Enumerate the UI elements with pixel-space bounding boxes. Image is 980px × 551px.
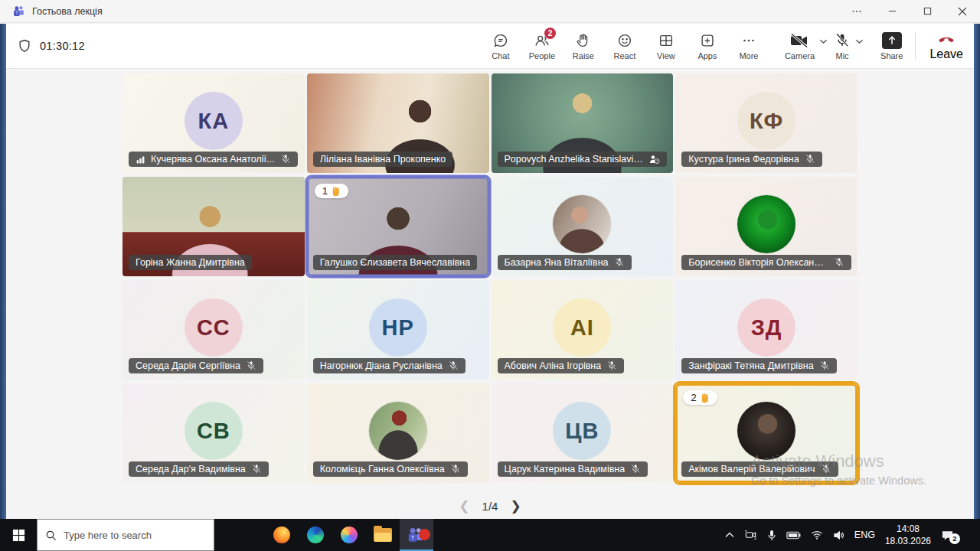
taskbar-explorer-icon[interactable]	[366, 519, 400, 551]
start-button[interactable]	[0, 519, 37, 551]
participant-name: Борисенко Вікторія Олександр...	[688, 257, 828, 268]
name-pill: Ліліана Іванівна Прокопенко	[313, 152, 453, 167]
participant-tile-zanfiraki[interactable]: ЗД Занфіракі Тетяна Дмитрівна	[675, 280, 858, 380]
view-label: View	[657, 51, 675, 60]
more-dots-icon	[740, 32, 757, 49]
participant-tile-kolomiiets[interactable]: Коломієць Ганна Олексіївна	[307, 383, 489, 483]
avatar-initials: ЗД	[737, 298, 795, 357]
mic-muted-icon	[821, 464, 831, 474]
apps-button[interactable]: Apps	[687, 29, 728, 64]
name-pill: Кучерява Оксана Анатолії...	[129, 152, 298, 167]
participant-tile-sereda-dariia[interactable]: СС Середа Дарія Сергіївна	[122, 280, 305, 380]
participant-tile-akimov[interactable]: 2 Акімов Валерій Валерійович	[675, 383, 858, 483]
clock-date: 18.03.2026	[885, 536, 931, 546]
raise-hand-button[interactable]: Raise	[563, 29, 604, 64]
participant-tile-gorina[interactable]: Горіна Жанна Дмитрівна	[122, 177, 305, 276]
tray-wifi-icon[interactable]	[811, 530, 823, 540]
leave-button[interactable]: Leave	[926, 28, 974, 64]
more-button[interactable]: More	[728, 29, 769, 64]
close-button[interactable]	[945, 0, 980, 22]
tray-camera-icon[interactable]	[744, 530, 757, 540]
camera-dropdown-chevron-icon[interactable]	[816, 34, 832, 58]
participant-name: Ліліана Іванівна Прокопенко	[320, 154, 446, 165]
name-pill: Борисенко Вікторія Олександр...	[681, 255, 851, 270]
participant-name: Кучерява Оксана Анатолії...	[151, 154, 275, 165]
chat-button[interactable]: Chat	[480, 29, 521, 64]
hand-order: 2	[691, 392, 697, 403]
minimize-button[interactable]	[874, 0, 910, 22]
mic-muted-icon	[450, 464, 461, 474]
participant-tile-popovych[interactable]: Popovych Anzhelika Stanislavivna	[492, 73, 674, 173]
avatar-initials: КФ	[737, 92, 795, 150]
tray-volume-icon[interactable]	[833, 530, 844, 540]
participant-tile-halushko[interactable]: 1 Галушко Єлизавета Вячеславівна	[307, 177, 489, 276]
taskbar-firefox-icon[interactable]	[265, 519, 299, 551]
mic-dropdown-chevron-icon[interactable]	[852, 34, 868, 58]
participant-tile-nahorniuk[interactable]: НР Нагорнюк Діана Русланівна	[307, 280, 489, 380]
meeting-toolbar: 01:30:12 Chat 2 People Raise React	[6, 24, 974, 69]
teams-call-indicator	[419, 529, 430, 540]
share-label: Share	[880, 51, 903, 60]
mic-button[interactable]: Mic	[832, 29, 852, 64]
tray-mic-icon[interactable]	[767, 530, 776, 541]
maximize-button[interactable]	[910, 0, 945, 22]
participant-tile-prokopenko[interactable]: Ліліана Іванівна Прокопенко	[307, 73, 489, 173]
participant-tile-tsaruk[interactable]: ЦВ Царук Катерина Вадимівна	[492, 383, 674, 483]
tray-chevron-up-icon[interactable]	[725, 532, 734, 538]
name-pill: Нагорнюк Діана Русланівна	[313, 358, 466, 373]
clock[interactable]: 14:08 18.03.2026	[885, 523, 931, 547]
taskbar-copilot-icon[interactable]	[332, 519, 366, 551]
signal-bars-icon	[136, 155, 145, 165]
leave-label: Leave	[929, 47, 963, 61]
name-pill: Абович Аліна Ігорівна	[498, 358, 625, 373]
share-button[interactable]: Share	[879, 29, 904, 64]
avatar-initials: ЦВ	[553, 402, 611, 460]
language-indicator[interactable]: ENG	[854, 530, 875, 540]
name-pill: Базарна Яна Віталіївна	[498, 255, 632, 270]
participant-name: Кустура Ірина Федорівна	[688, 154, 799, 165]
window-more-icon[interactable]	[839, 0, 874, 22]
avatar-photo	[369, 402, 427, 460]
participant-name: Акімов Валерій Валерійович	[688, 464, 815, 474]
name-pill: Галушко Єлизавета Вячеславівна	[313, 255, 477, 270]
avatar-initials: СВ	[185, 402, 243, 460]
mic-off-icon	[834, 32, 851, 49]
action-center-icon[interactable]: 2	[941, 530, 959, 541]
camera-button[interactable]: Camera	[783, 29, 816, 64]
participant-tile-borysenko[interactable]: Борисенко Вікторія Олександр...	[675, 177, 858, 276]
page-indicator: 1/4	[482, 500, 498, 513]
camera-off-icon	[789, 32, 809, 49]
people-button[interactable]: 2 People	[521, 29, 563, 64]
participant-tile-abovych[interactable]: АІ Абович Аліна Ігорівна	[492, 280, 674, 380]
share-icon	[882, 32, 902, 49]
more-label: More	[739, 51, 758, 60]
tray-battery-icon[interactable]	[786, 531, 801, 540]
taskbar-search-input[interactable]: Type here to search	[37, 519, 214, 551]
taskbar-teams-icon[interactable]: T	[400, 519, 433, 551]
grid-pagination: ❮ 1/4 ❯	[6, 494, 974, 517]
apps-label: Apps	[697, 51, 717, 60]
hand-order: 1	[322, 185, 328, 197]
avatar-photo	[737, 402, 795, 460]
mic-muted-icon	[606, 360, 617, 371]
people-label: People	[529, 51, 555, 60]
participant-tile-kustura[interactable]: КФ Кустура Ірина Федорівна	[675, 73, 858, 173]
participant-tile-kucheriava[interactable]: КА Кучерява Оксана Анатолії...	[122, 73, 305, 173]
taskbar-edge-icon[interactable]	[299, 519, 332, 551]
name-pill: Кустура Ірина Федорівна	[681, 152, 822, 167]
leave-phone-icon	[936, 31, 956, 46]
react-button[interactable]: React	[604, 29, 645, 64]
page-next-icon[interactable]: ❯	[510, 498, 521, 514]
name-pill: Царук Катерина Вадимівна	[498, 461, 648, 477]
participant-tile-bazarna[interactable]: Базарна Яна Віталіївна	[492, 177, 674, 276]
participant-tile-sereda-daria[interactable]: СВ Середа Дар'я Вадимівна	[122, 383, 305, 483]
raised-hand-badge: 1	[315, 184, 349, 198]
view-button[interactable]: View	[645, 29, 687, 64]
mic-label: Mic	[835, 51, 848, 60]
participant-name: Нагорнюк Діана Русланівна	[320, 360, 443, 371]
mic-muted-icon	[614, 257, 625, 268]
mic-muted-icon	[246, 360, 256, 371]
windows-taskbar: Type here to search T ENG 14:08	[0, 519, 980, 551]
participant-name: Абович Аліна Ігорівна	[505, 360, 602, 371]
participant-name: Popovych Anzhelika Stanislavivna	[505, 154, 644, 165]
